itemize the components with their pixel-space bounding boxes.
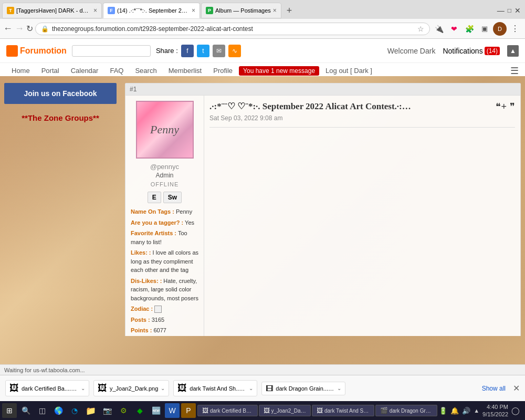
taskbar-window-4[interactable]: 🎬 dark Dragon Grain....gif: [375, 405, 437, 416]
tab2-close[interactable]: ×: [192, 7, 195, 14]
join-facebook-box[interactable]: Join us on Facebook: [4, 83, 117, 104]
tab1[interactable]: T [TaggersHaven] DARK - damnda... ×: [2, 3, 102, 18]
taskbar-app6-icon[interactable]: 🆕: [149, 403, 163, 418]
forward-button[interactable]: →: [15, 23, 24, 34]
taskbar-task-view-icon[interactable]: ◫: [35, 403, 49, 418]
toolbar-right: 🔌 ❤ 🧩 ▣ D ⋮: [432, 22, 522, 36]
reload-button[interactable]: ↻: [26, 24, 33, 34]
nav-profile[interactable]: Profile: [208, 65, 238, 77]
heart-icon[interactable]: ❤: [447, 22, 461, 36]
system-tray: 🔋 🔔 🔊 ▲ 4:40 PM 9/15/2022 ◯: [439, 403, 523, 418]
zodiac-label: Zodiac :: [131, 306, 153, 312]
taskbar-windows: 🖼 dark Certified Ba....png 🖼 y_Joan2_Dar…: [197, 405, 437, 416]
post-divider: [209, 127, 515, 128]
extensions-icon[interactable]: 🔌: [432, 22, 446, 36]
tray-chevron[interactable]: ▲: [474, 407, 479, 414]
hamburger-menu[interactable]: ☰: [510, 65, 519, 77]
taskbar-window-1[interactable]: 🖼 dark Certified Ba....png: [197, 405, 258, 416]
download-chevron-4[interactable]: ⌄: [337, 385, 341, 391]
action-btn-sw[interactable]: Sw: [163, 192, 182, 203]
taskbar-window-3[interactable]: 🖼 dark Twist And Sh....png: [312, 405, 374, 416]
notification-center-icon[interactable]: ◯: [511, 406, 520, 415]
share-rss-btn[interactable]: ∿: [228, 45, 241, 57]
nav-logout[interactable]: Log out [ Dark ]: [320, 65, 377, 77]
bookmark-icon[interactable]: ☆: [417, 25, 424, 33]
back-button[interactable]: ←: [3, 23, 13, 34]
taskbar-app4-icon[interactable]: ⚙: [116, 403, 131, 418]
status-bar: Waiting for us-wf.taboola.com...: [0, 364, 525, 375]
close-download-bar-icon[interactable]: ✕: [513, 383, 520, 393]
date-display: 9/15/2022: [482, 411, 508, 418]
download-bar: 🖼 dark Certified Ba....png ⌄ 🖼 y_Joan2_D…: [0, 375, 525, 401]
info-points: Points : 6077: [131, 326, 198, 335]
taskbar-chrome-icon[interactable]: 🌎: [51, 403, 66, 418]
taskbar-app7-icon[interactable]: W: [165, 403, 180, 418]
download-item-3[interactable]: 🖼 dark Twist And Sh....png ⌄: [173, 380, 257, 396]
tab2[interactable]: F (14) .·:*¨¨*:·. September 2022 /... ×: [103, 3, 200, 18]
points-value: 6077: [153, 327, 166, 333]
taskbar-app5-icon[interactable]: ◆: [132, 403, 147, 418]
forum-logo[interactable]: Forumotion: [6, 45, 67, 57]
menu-icon[interactable]: ⋮: [508, 22, 522, 36]
user-panel: Penny @pennyc Admin OFFLINE E Sw Name On…: [125, 96, 204, 336]
taskbar-window-2[interactable]: 🖼 y_Joan2_Dark.png: [259, 405, 311, 416]
taskbar-search-icon[interactable]: 🔍: [18, 403, 33, 418]
url-bar[interactable]: 🔒 thezonegroups.forumotion.com/t2928-sep…: [35, 23, 430, 35]
taskbar-folder-icon[interactable]: 📁: [83, 403, 98, 418]
show-all-btn[interactable]: Show all: [482, 385, 506, 392]
close-window-button[interactable]: ✕: [514, 6, 521, 15]
quote-icon[interactable]: ❝+: [496, 101, 507, 112]
name-on-tags-value: Penny: [176, 208, 192, 215]
taskbar-edge-icon[interactable]: ◔: [67, 403, 82, 418]
reply-icon[interactable]: ❞: [510, 101, 515, 112]
nav-search[interactable]: Search: [130, 65, 162, 77]
profile-avatar[interactable]: D: [493, 22, 507, 36]
scroll-up-btn[interactable]: ▲: [507, 45, 519, 57]
download-icon-1: 🖼: [9, 383, 19, 394]
forum-search-input[interactable]: [72, 45, 151, 57]
download-item-2[interactable]: 🖼 y_Joan2_Dark.png ⌄: [93, 380, 169, 396]
tab1-close[interactable]: ×: [93, 7, 97, 14]
start-button[interactable]: ⊞: [2, 403, 17, 418]
download-chevron-3[interactable]: ⌄: [249, 385, 253, 391]
tab3-close[interactable]: ×: [273, 7, 277, 14]
nav-portal[interactable]: Portal: [36, 65, 65, 77]
clock: 4:40 PM 9/15/2022: [482, 403, 508, 418]
forum-header: Forumotion Share : f t ✉ ∿ Welcome Dark …: [0, 39, 525, 63]
info-likes: Likes: : I love all colors as long as th…: [131, 248, 198, 275]
nav-faq[interactable]: FAQ: [104, 65, 129, 77]
minimize-button[interactable]: —: [497, 6, 505, 15]
download-chevron-2[interactable]: ⌄: [161, 385, 165, 391]
username[interactable]: @pennyc: [150, 163, 179, 171]
nav-memberlist[interactable]: Memberlist: [163, 65, 207, 77]
share-facebook-btn[interactable]: f: [181, 45, 194, 57]
puzzle-icon[interactable]: 🧩: [463, 22, 476, 36]
restore-button[interactable]: □: [508, 6, 511, 15]
posts-value: 3165: [152, 317, 164, 323]
action-btn-e[interactable]: E: [148, 192, 161, 203]
download-chevron-1[interactable]: ⌄: [81, 385, 85, 391]
tab3[interactable]: P Album — Postimages ×: [201, 3, 281, 18]
notifications-btn[interactable]: Notifications (14): [443, 47, 500, 55]
download-item-4[interactable]: 🎞 dark Dragon Grain....gif ⌄: [261, 382, 345, 395]
window-icon[interactable]: ▣: [478, 22, 491, 36]
taskbar-app8-icon[interactable]: P: [181, 403, 196, 418]
share-twitter-btn[interactable]: t: [197, 45, 209, 57]
share-email-btn[interactable]: ✉: [213, 45, 225, 57]
user-role: Admin: [155, 172, 173, 179]
posts-label: Posts :: [131, 317, 150, 323]
taskbar-window-2-icon: 🖼: [264, 407, 270, 414]
taskbar-window-4-label: dark Dragon Grain....gif: [390, 408, 433, 414]
download-name-3: dark Twist And Sh....png: [190, 385, 246, 392]
taskbar-app3-icon[interactable]: 📷: [100, 403, 114, 418]
download-item-1[interactable]: 🖼 dark Certified Ba....png ⌄: [5, 380, 89, 396]
download-name-2: y_Joan2_Dark.png: [110, 385, 158, 392]
post-message: .·:*¨¨♡ ♡¨*:·. September 2022 Alicat Art…: [204, 96, 520, 336]
taskbar-window-1-label: dark Certified Ba....png: [210, 408, 253, 414]
new-tab-button[interactable]: +: [282, 3, 297, 18]
nav-home[interactable]: Home: [6, 65, 35, 77]
message-badge[interactable]: You have 1 new message: [239, 66, 319, 76]
taskbar-window-1-icon: 🖼: [202, 407, 208, 414]
info-zodiac: Zodiac :: [131, 304, 198, 313]
nav-calendar[interactable]: Calendar: [66, 65, 104, 77]
